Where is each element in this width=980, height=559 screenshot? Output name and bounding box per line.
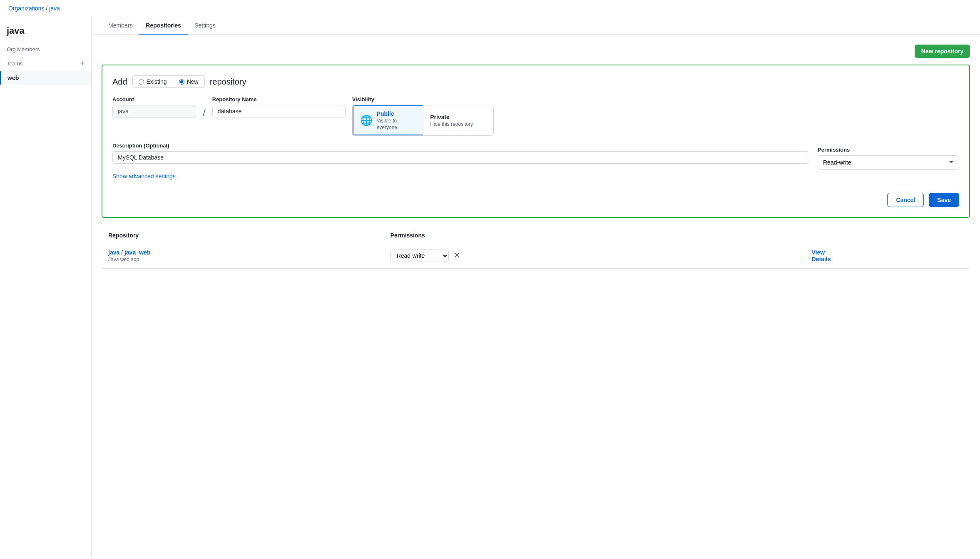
repo-link-container: java / java_web <box>108 249 377 256</box>
repo-name-text: java_web <box>124 249 150 256</box>
col-repository: Repository <box>102 228 384 243</box>
sidebar-item-web[interactable]: web <box>0 71 91 85</box>
add-repository-form: Add Existing New repository <box>102 65 970 218</box>
add-team-icon[interactable]: + <box>80 59 85 68</box>
new-repository-button[interactable]: New repository <box>915 45 970 58</box>
tab-members[interactable]: Members <box>102 17 139 35</box>
table-permissions-select[interactable]: Read Read-write Admin <box>391 250 449 262</box>
globe-icon: 🌐 <box>360 115 373 126</box>
sidebar: java Org Members Teams + web <box>0 17 92 558</box>
desc-col: Description (Optional) <box>112 142 809 164</box>
radio-existing-input[interactable] <box>139 79 144 85</box>
repo-description: Java web app <box>108 257 377 262</box>
repo-name-label: Repository Name <box>212 96 346 102</box>
view-details-link[interactable]: View Details <box>812 249 831 262</box>
description-label: Description (Optional) <box>112 142 809 149</box>
repo-name-input[interactable] <box>212 105 346 117</box>
account-label: Account <box>112 96 196 102</box>
repo-type-radio-group: Existing New <box>132 75 205 88</box>
private-sub: Hide this repository <box>430 121 473 127</box>
repo-name-link[interactable]: java_web <box>124 249 150 256</box>
details-label: Details <box>812 256 831 262</box>
add-header: Add Existing New repository <box>112 75 959 88</box>
radio-existing-label: Existing <box>147 78 167 85</box>
show-advanced-settings[interactable]: Show advanced settings <box>112 173 176 180</box>
radio-new-label: New <box>187 78 199 85</box>
add-label: Add <box>112 77 127 87</box>
breadcrumb-org-link[interactable]: Organizations <box>8 5 46 12</box>
breadcrumb-separator: / <box>46 5 47 12</box>
repo-name-group: Repository Name <box>212 96 346 117</box>
permissions-cell: Read Read-write Admin ✕ <box>384 243 805 269</box>
radio-existing[interactable]: Existing <box>132 75 173 88</box>
visibility-options: 🌐 Public Visible to everyone Private <box>352 105 494 136</box>
sidebar-teams-label: Teams <box>7 60 22 67</box>
breadcrumb-java-name: java <box>49 5 60 12</box>
permissions-select[interactable]: Read Read-write Admin <box>818 155 959 170</box>
form-actions: Cancel Save <box>112 193 959 207</box>
save-button[interactable]: Save <box>929 193 959 207</box>
table-header-row: Repository Permissions <box>102 228 970 243</box>
repo-org-name: java <box>108 249 119 256</box>
main-content: Members Repositories Settings New reposi… <box>92 17 980 558</box>
visibility-group: Visibility 🌐 Public Visible to everyone <box>352 96 494 136</box>
description-group: Description (Optional) <box>112 142 809 164</box>
description-input[interactable] <box>112 151 809 164</box>
repo-cell: java / java_web Java web app <box>102 243 384 269</box>
repo-org-link[interactable]: java <box>108 249 121 256</box>
sidebar-item-web-label: web <box>7 75 19 81</box>
breadcrumb: Organizations / java <box>0 0 980 17</box>
col-actions <box>805 228 970 243</box>
radio-new[interactable]: New <box>173 75 205 88</box>
desc-permissions-row: Description (Optional) Permissions Read … <box>112 142 959 170</box>
cancel-button[interactable]: Cancel <box>887 193 924 207</box>
content-area: New repository Add Existing New <box>92 35 980 279</box>
table-row: java / java_web Java web app <box>102 243 970 269</box>
account-group: Account <box>112 96 196 117</box>
private-vis-text: Private Hide this repository <box>430 114 473 127</box>
tab-settings[interactable]: Settings <box>188 17 222 35</box>
public-vis-text: Public Visible to everyone <box>377 110 417 130</box>
repo-slash: / <box>121 249 124 256</box>
slash-divider: / <box>203 107 206 119</box>
permissions-group: Permissions Read Read-write Admin <box>818 147 959 170</box>
visibility-public[interactable]: 🌐 Public Visible to everyone <box>353 105 423 135</box>
visibility-label: Visibility <box>352 96 494 102</box>
public-label: Public <box>377 110 417 117</box>
tabs-bar: Members Repositories Settings <box>92 17 980 35</box>
repository-label: repository <box>210 77 246 87</box>
account-input <box>112 105 196 117</box>
tab-repositories[interactable]: Repositories <box>139 17 188 35</box>
visibility-private[interactable]: Private Hide this repository <box>423 105 493 135</box>
account-repo-row: Account / Repository Name Visibility <box>112 96 959 136</box>
sidebar-org-name: java <box>0 25 91 43</box>
sidebar-org-members: Org Members <box>0 43 91 56</box>
permissions-col: Permissions Read Read-write Admin <box>818 142 959 170</box>
view-details-cell: View Details <box>805 243 970 269</box>
permissions-label: Permissions <box>818 147 959 153</box>
private-label: Private <box>430 114 473 120</box>
breadcrumb-java-link[interactable]: java <box>49 5 60 12</box>
top-action-row: New repository <box>102 45 970 58</box>
repository-table: Repository Permissions java / <box>102 228 970 269</box>
remove-repo-button[interactable]: ✕ <box>454 251 460 260</box>
sidebar-teams-section: Teams + <box>0 56 91 71</box>
visibility-col: Visibility 🌐 Public Visible to everyone <box>352 96 494 136</box>
radio-new-input[interactable] <box>179 79 184 85</box>
view-label: View <box>812 249 825 256</box>
public-sub: Visible to everyone <box>377 118 397 130</box>
col-permissions: Permissions <box>384 228 805 243</box>
breadcrumb-org-label: Organizations <box>8 5 44 12</box>
